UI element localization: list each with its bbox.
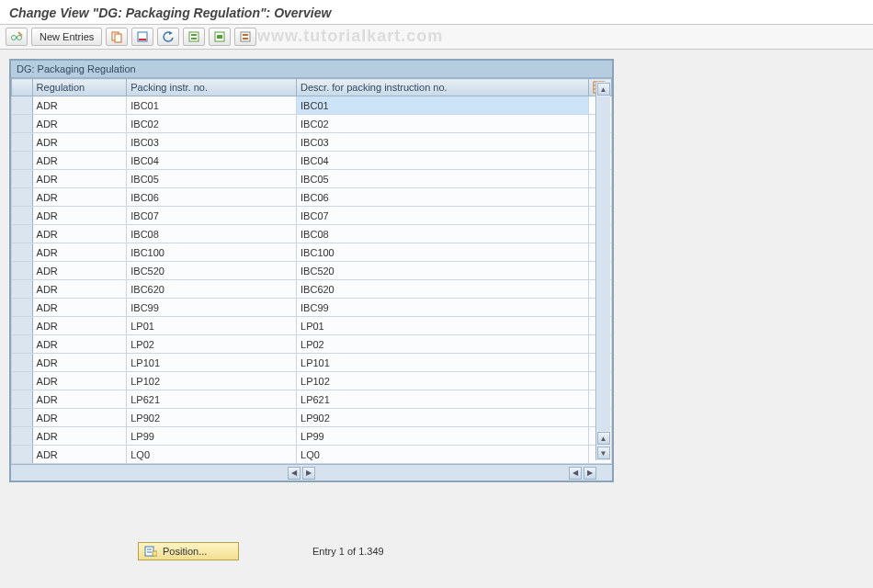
cell-descr[interactable]: IBC01 (297, 96, 589, 115)
table-row[interactable]: ADRLP621LP621 (12, 390, 612, 409)
cell-packing-no[interactable]: LP621 (127, 390, 297, 409)
new-entries-button[interactable]: New Entries (31, 28, 102, 46)
scroll-track[interactable] (597, 96, 610, 431)
cell-regulation[interactable]: ADR (32, 446, 127, 464)
table-row[interactable]: ADRLP02LP02 (12, 335, 612, 354)
row-selector[interactable] (12, 133, 33, 152)
cell-regulation[interactable]: ADR (32, 225, 127, 243)
copy-as-button[interactable] (106, 28, 128, 46)
cell-descr[interactable]: IBC99 (297, 299, 589, 317)
table-row[interactable]: ADRLP102LP102 (12, 372, 612, 390)
cell-descr[interactable]: IBC520 (297, 262, 589, 280)
undo-change-button[interactable] (157, 28, 179, 46)
col-header-descr[interactable]: Descr. for packing instruction no. (297, 79, 589, 96)
row-selector[interactable] (12, 354, 33, 372)
cell-descr[interactable]: IBC02 (297, 115, 589, 133)
cell-regulation[interactable]: ADR (32, 299, 127, 317)
cell-packing-no[interactable]: IBC02 (127, 115, 297, 133)
cell-packing-no[interactable]: IBC04 (127, 152, 297, 170)
scroll-left-button[interactable]: ◀ (288, 467, 300, 480)
row-selector[interactable] (12, 299, 33, 317)
cell-packing-no[interactable]: LP02 (127, 335, 297, 354)
cell-packing-no[interactable]: IBC520 (127, 262, 297, 280)
row-selector[interactable] (12, 225, 33, 243)
cell-packing-no[interactable]: IBC06 (127, 188, 297, 207)
row-selector[interactable] (12, 188, 33, 207)
cell-regulation[interactable]: ADR (32, 262, 127, 280)
table-row[interactable]: ADRIBC07IBC07 (12, 207, 612, 225)
row-selector[interactable] (12, 335, 33, 354)
cell-regulation[interactable]: ADR (32, 170, 127, 188)
cell-descr[interactable]: LP01 (297, 317, 589, 335)
cell-regulation[interactable]: ADR (32, 390, 127, 409)
scroll-up-step-button[interactable]: ▲ (597, 432, 610, 445)
cell-packing-no[interactable]: LP01 (127, 317, 297, 335)
cell-regulation[interactable]: ADR (32, 317, 127, 335)
row-selector[interactable] (12, 390, 33, 409)
position-button[interactable]: Position... (138, 542, 239, 560)
toggle-display-change-button[interactable] (6, 28, 28, 46)
cell-descr[interactable]: IBC03 (297, 133, 589, 152)
deselect-all-button[interactable] (234, 28, 256, 46)
cell-regulation[interactable]: ADR (32, 409, 127, 427)
select-all-button[interactable] (183, 28, 205, 46)
row-selector[interactable] (12, 409, 33, 427)
cell-regulation[interactable]: ADR (32, 354, 127, 372)
cell-packing-no[interactable]: IBC08 (127, 225, 297, 243)
table-row[interactable]: ADRIBC01IBC01 (12, 96, 612, 115)
table-row[interactable]: ADRIBC100IBC100 (12, 243, 612, 262)
cell-regulation[interactable]: ADR (32, 280, 127, 299)
cell-descr[interactable]: LP102 (297, 372, 589, 390)
row-selector[interactable] (12, 280, 33, 299)
table-row[interactable]: ADRIBC03IBC03 (12, 133, 612, 152)
cell-regulation[interactable]: ADR (32, 188, 127, 207)
cell-packing-no[interactable]: IBC07 (127, 207, 297, 225)
cell-regulation[interactable]: ADR (32, 207, 127, 225)
cell-regulation[interactable]: ADR (32, 335, 127, 354)
table-row[interactable]: ADRIBC99IBC99 (12, 299, 612, 317)
cell-descr[interactable]: LP621 (297, 390, 589, 409)
scroll-right-button[interactable]: ▶ (302, 467, 315, 480)
select-block-button[interactable] (209, 28, 231, 46)
cell-descr[interactable]: IBC07 (297, 207, 589, 225)
row-selector[interactable] (12, 207, 33, 225)
cell-packing-no[interactable]: LQ0 (127, 446, 297, 464)
row-selector[interactable] (12, 115, 33, 133)
cell-descr[interactable]: IBC04 (297, 152, 589, 170)
cell-regulation[interactable]: ADR (32, 372, 127, 390)
cell-regulation[interactable]: ADR (32, 427, 127, 446)
table-row[interactable]: ADRLQ0LQ0 (12, 446, 612, 464)
cell-descr[interactable]: IBC620 (297, 280, 589, 299)
delete-button[interactable] (131, 28, 153, 46)
table-row[interactable]: ADRLP01LP01 (12, 317, 612, 335)
cell-descr[interactable]: LP02 (297, 335, 589, 354)
table-row[interactable]: ADRLP101LP101 (12, 354, 612, 372)
cell-descr[interactable]: IBC06 (297, 188, 589, 207)
cell-packing-no[interactable]: LP101 (127, 354, 297, 372)
row-selector[interactable] (12, 170, 33, 188)
table-row[interactable]: ADRIBC05IBC05 (12, 170, 612, 188)
cell-descr[interactable]: LP101 (297, 354, 589, 372)
cell-descr[interactable]: LP902 (297, 409, 589, 427)
table-row[interactable]: ADRIBC620IBC620 (12, 280, 612, 299)
col-header-packing-no[interactable]: Packing instr. no. (127, 79, 297, 96)
table-row[interactable]: ADRIBC04IBC04 (12, 152, 612, 170)
cell-packing-no[interactable]: IBC620 (127, 280, 297, 299)
table-row[interactable]: ADRIBC520IBC520 (12, 262, 612, 280)
scroll-down-button[interactable]: ▼ (597, 447, 610, 459)
cell-packing-no[interactable]: IBC99 (127, 299, 297, 317)
cell-descr[interactable]: IBC08 (297, 225, 589, 243)
cell-regulation[interactable]: ADR (32, 115, 127, 133)
scroll-up-button[interactable]: ▲ (597, 83, 610, 96)
cell-regulation[interactable]: ADR (32, 96, 127, 115)
cell-packing-no[interactable]: LP102 (127, 372, 297, 390)
row-selector[interactable] (12, 446, 33, 464)
cell-descr[interactable]: LP99 (297, 427, 589, 446)
scroll-right-end-button[interactable]: ▶ (584, 467, 596, 480)
row-selector[interactable] (12, 262, 33, 280)
table-row[interactable]: ADRLP99LP99 (12, 427, 612, 446)
table-row[interactable]: ADRIBC06IBC06 (12, 188, 612, 207)
cell-packing-no[interactable]: LP902 (127, 409, 297, 427)
vertical-scrollbar[interactable]: ▲ ▲ ▼ (595, 82, 610, 460)
cell-descr[interactable]: IBC05 (297, 170, 589, 188)
